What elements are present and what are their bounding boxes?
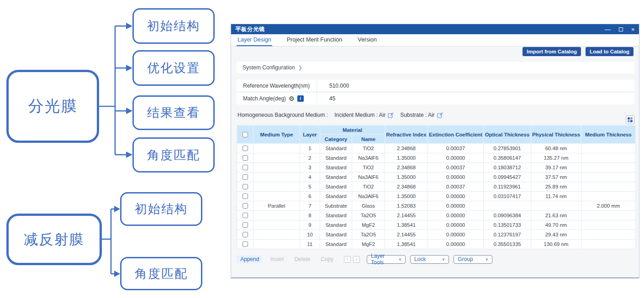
background-medium-label: Homogeneous Background Medium : bbox=[238, 112, 328, 118]
table-row: 1StandardTiO22.348680.000370.2785390160.… bbox=[237, 144, 636, 153]
cell-extinction-coefficient: 0.00000 bbox=[428, 220, 484, 230]
row-checkbox[interactable] bbox=[243, 155, 248, 161]
edit-icon[interactable] bbox=[388, 112, 394, 118]
minimize-icon[interactable]: — bbox=[604, 26, 611, 32]
diagram-node-initial-structure-2: 初始结构 bbox=[120, 192, 202, 226]
load-to-catalog-button[interactable]: Load to Catalog bbox=[586, 47, 633, 56]
cell-layer: 9 bbox=[300, 220, 320, 230]
cell-refractive-index: 2.34868 bbox=[385, 182, 428, 192]
header-medium-type: Medium Type bbox=[253, 125, 300, 144]
row-checkbox[interactable] bbox=[243, 184, 248, 189]
cell-medium-type bbox=[253, 211, 300, 220]
import-from-catalog-button[interactable]: Import from Catalog bbox=[523, 47, 581, 56]
cell-refractive-index: 1.35000 bbox=[385, 173, 428, 182]
diagram-node-label: 减反射膜 bbox=[24, 230, 84, 249]
row-select-cell bbox=[237, 192, 253, 201]
move-down-icon[interactable]: ↓ bbox=[353, 256, 360, 263]
cell-medium-thickness bbox=[581, 211, 636, 220]
layer-table-body: 1StandardTiO22.348680.000370.2785390160.… bbox=[237, 144, 636, 249]
cell-optical-thickness: 0.35501335 bbox=[484, 240, 531, 249]
title-bar: 平板分光镜 — × bbox=[231, 24, 639, 34]
tab-version[interactable]: Version bbox=[357, 34, 378, 46]
header-name: Name bbox=[352, 135, 385, 144]
cell-medium-thickness bbox=[581, 144, 636, 153]
match-angle-label: Match Angle(deg) ⚙ i bbox=[237, 92, 317, 105]
cell-physical-thickness: 25.89 nm bbox=[531, 182, 581, 192]
table-row: 2StandardNa3AlF61.350000.000000.35806147… bbox=[237, 153, 636, 163]
incident-medium-label: Incident Medium : Air bbox=[334, 112, 385, 118]
row-select-cell bbox=[237, 182, 253, 192]
cell-medium-thickness bbox=[581, 230, 636, 240]
row-checkbox[interactable] bbox=[243, 174, 248, 180]
incident-medium-item: Incident Medium : Air bbox=[334, 112, 394, 118]
group-dropdown[interactable]: Group ∨ bbox=[454, 255, 492, 264]
move-up-icon[interactable]: ↑ bbox=[344, 256, 351, 263]
table-row: 4StandardNa3AlF61.350000.000000.09945427… bbox=[237, 173, 636, 182]
cell-medium-type bbox=[253, 240, 300, 249]
gear-icon[interactable]: ⚙ bbox=[289, 95, 295, 102]
diagram-node-antireflection-film: 减反射膜 bbox=[6, 214, 102, 265]
row-checkbox[interactable] bbox=[243, 193, 248, 199]
app-window: 平板分光镜 — × Layer Design Project Merit Fun… bbox=[231, 24, 639, 278]
table-row: 10StandardTa2O52.144550.000000.123761972… bbox=[237, 230, 636, 240]
cell-physical-thickness: 21.63 nm bbox=[531, 211, 581, 220]
cell-medium-type bbox=[253, 144, 300, 153]
tab-project-merit-function[interactable]: Project Merit Function bbox=[286, 34, 343, 46]
row-checkbox[interactable] bbox=[243, 222, 248, 228]
row-checkbox[interactable] bbox=[243, 203, 248, 209]
layer-table-container: Medium Type Layer Material Refractive In… bbox=[237, 125, 636, 249]
match-angle-text: Match Angle(deg) bbox=[243, 95, 286, 102]
layer-tools-label: Layer Tools bbox=[371, 253, 398, 266]
row-select-cell bbox=[237, 163, 253, 173]
layer-tools-dropdown[interactable]: Layer Tools ∨ bbox=[367, 255, 406, 264]
match-angle-value[interactable]: 45 bbox=[317, 95, 335, 102]
cell-medium-type bbox=[253, 230, 300, 240]
row-checkbox[interactable] bbox=[243, 232, 248, 237]
insert-button[interactable]: Insert bbox=[270, 256, 284, 262]
row-checkbox[interactable] bbox=[243, 165, 248, 170]
cell-extinction-coefficient: 0.00000 bbox=[428, 211, 484, 220]
cell-physical-thickness: 49.70 nm bbox=[531, 220, 581, 230]
row-select-cell bbox=[237, 173, 253, 182]
close-icon[interactable]: × bbox=[631, 26, 635, 32]
table-row: 3StandardTiO22.348680.000370.1803871239.… bbox=[237, 163, 636, 173]
diagram-node-label: 初始结构 bbox=[147, 18, 200, 34]
reference-wavelength-label: Reference Wavelength(nm) bbox=[237, 79, 317, 92]
reference-wavelength-value[interactable]: 510.000 bbox=[317, 83, 349, 89]
cell-refractive-index: 1.52083 bbox=[385, 201, 428, 211]
catalog-buttons: Import from Catalog Load to Catalog bbox=[523, 47, 633, 56]
cell-refractive-index: 2.14455 bbox=[385, 211, 428, 220]
cell-optical-thickness bbox=[484, 201, 531, 211]
maximize-icon[interactable] bbox=[619, 27, 623, 31]
cell-extinction-coefficient: 0.00037 bbox=[428, 144, 484, 153]
table-row: 5StandardTiO22.348680.000370.1192396125.… bbox=[237, 182, 636, 192]
system-configuration-bar[interactable]: System Configuration ❯ bbox=[237, 62, 634, 73]
chevron-right-icon: ❯ bbox=[298, 65, 302, 71]
cell-optical-thickness: 0.12376197 bbox=[484, 230, 531, 240]
table-row: 9StandardMgF21.385410.000000.1350173349.… bbox=[237, 220, 636, 230]
copy-button[interactable]: Copy bbox=[321, 256, 333, 262]
cell-medium-type bbox=[253, 163, 300, 173]
edit-icon[interactable] bbox=[437, 112, 443, 118]
row-checkbox[interactable] bbox=[243, 146, 248, 151]
cell-name: Glass bbox=[352, 201, 385, 211]
select-all-checkbox[interactable] bbox=[243, 132, 248, 137]
cell-extinction-coefficient: 0.00000 bbox=[428, 153, 484, 163]
row-checkbox[interactable] bbox=[243, 241, 248, 247]
tab-label: Version bbox=[358, 37, 377, 43]
cell-layer: 11 bbox=[300, 240, 320, 249]
append-button[interactable]: Append bbox=[237, 255, 263, 263]
cell-physical-thickness: 39.17 nm bbox=[531, 163, 581, 173]
lock-dropdown[interactable]: Lock ∨ bbox=[410, 255, 449, 264]
cell-name: TiO2 bbox=[352, 163, 385, 173]
diagram-node-label: 结果查看 bbox=[147, 105, 200, 121]
table-row: 8StandardTa2O52.144550.000000.0909638421… bbox=[237, 211, 636, 220]
info-icon[interactable]: i bbox=[297, 95, 304, 102]
diagram-node-initial-structure: 初始结构 bbox=[132, 8, 215, 44]
delete-button[interactable]: Delete bbox=[294, 256, 310, 262]
row-checkbox[interactable] bbox=[243, 213, 248, 218]
group-label: Group bbox=[458, 256, 473, 262]
header-physical-thickness: Physical Thickness bbox=[531, 125, 581, 144]
layout-grid-icon[interactable] bbox=[626, 115, 634, 124]
tab-layer-design[interactable]: Layer Design bbox=[237, 34, 272, 46]
